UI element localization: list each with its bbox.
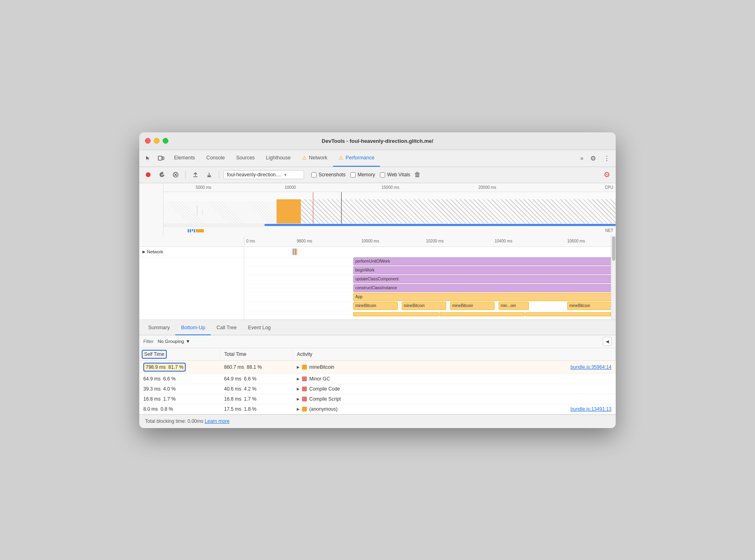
- collapse-panel-button[interactable]: ◀: [603, 337, 612, 346]
- timeline-right[interactable]: 0 ms 9800 ms 10000 ms 10200 ms 10400 ms …: [244, 236, 611, 320]
- network-row[interactable]: ▶ Network: [139, 247, 244, 257]
- net-mini-bars: [188, 229, 204, 232]
- activity-arrow-3[interactable]: ▶: [297, 397, 300, 401]
- tab-elements[interactable]: Elements: [168, 150, 201, 167]
- more-options-icon[interactable]: ⋮: [601, 153, 612, 164]
- minimize-button[interactable]: [154, 138, 159, 144]
- flame-row-2: updateClassComponent: [244, 275, 611, 284]
- net-area: NET: [164, 226, 616, 236]
- flame-label-0: performUnitOfWork: [355, 259, 390, 263]
- learn-more-link[interactable]: Learn more: [205, 418, 229, 424]
- btab-bottomup[interactable]: Bottom-Up: [175, 321, 211, 335]
- activity-cell-2: ▶ Compile Code: [293, 384, 616, 394]
- screenshots-checkbox[interactable]: [311, 172, 317, 178]
- ruler-10000ms: 10000 ms: [361, 239, 379, 243]
- activity-arrow-2[interactable]: ▶: [297, 387, 300, 391]
- activity-header: Activity: [293, 348, 616, 361]
- ruler-5000: 5000 ms: [196, 185, 211, 190]
- maximize-button[interactable]: [163, 138, 168, 144]
- btab-calltree[interactable]: Call Tree: [211, 321, 242, 335]
- tab-lighthouse[interactable]: Lighthouse: [260, 150, 296, 167]
- flame-bar-app[interactable]: App: [353, 293, 611, 301]
- trash-icon[interactable]: 🗑: [414, 171, 421, 178]
- ruler-20000: 20000 ms: [478, 185, 496, 190]
- web-vitals-checkbox[interactable]: [380, 172, 385, 178]
- device-mode-icon[interactable]: [155, 153, 167, 164]
- self-time-pct-0: 81.7 %: [168, 364, 183, 370]
- activity-arrow-0[interactable]: ▶: [297, 365, 300, 369]
- performance-warning-icon: ⚠: [339, 155, 344, 161]
- mine-bar-1[interactable]: mineBitcoin: [353, 302, 398, 310]
- table-row: 8.0 ms 0.8 % 17.5 ms 1.8 % ▶ (anonymous)…: [139, 404, 616, 414]
- refresh-button[interactable]: [156, 169, 168, 180]
- devtools-tab-bar: Elements Console Sources Lighthouse ⚠ Ne…: [139, 150, 616, 167]
- timeline-scrollbar[interactable]: [611, 236, 616, 320]
- activity-name-4: (anonymous): [309, 406, 338, 412]
- cursor-icon[interactable]: [143, 153, 154, 164]
- self-time-cell-1: 64.9 ms 6.6 %: [139, 374, 220, 384]
- self-time-cell-2: 39.3 ms 4.0 %: [139, 384, 220, 394]
- svg-rect-1: [162, 157, 164, 159]
- grouping-dropdown[interactable]: No Grouping ▼: [158, 339, 191, 344]
- grouping-chevron-icon: ▼: [186, 339, 190, 344]
- overview-right-chart[interactable]: 5000 ms 10000 15000 ms 20000 ms CPU: [164, 183, 616, 236]
- close-button[interactable]: [145, 138, 151, 144]
- upload-button[interactable]: [190, 169, 201, 180]
- btab-summary-label: Summary: [148, 325, 170, 330]
- gear-icon-red[interactable]: ⚙: [601, 169, 612, 180]
- flame-bar-beginwork[interactable]: beginWork: [353, 266, 611, 274]
- bundle-link-4[interactable]: bundle.js:13491:13: [570, 406, 611, 412]
- total-time-header-text: Total Time: [224, 351, 247, 357]
- total-time-ms-1: 64.9 ms: [224, 376, 241, 382]
- self-time-cell-0: 798.9 ms 81.7 %: [139, 360, 220, 374]
- tab-console[interactable]: Console: [201, 150, 231, 167]
- flame-bar-perform[interactable]: performUnitOfWork: [353, 257, 611, 265]
- total-time-header: Total Time: [220, 348, 293, 361]
- total-time-pct-1: 6.6 %: [244, 376, 256, 382]
- activity-name-3: Compile Script: [309, 396, 341, 402]
- clear-button[interactable]: [170, 169, 181, 180]
- timeline-area: ▶ Network 0 ms 9800 ms 10000 ms 10200 ms…: [139, 236, 616, 320]
- ruler-15000: 15000 ms: [382, 185, 399, 190]
- activity-name-0: mineBitcoin: [309, 364, 334, 370]
- memory-checkbox[interactable]: [350, 172, 356, 178]
- web-vitals-option[interactable]: Web Vitals: [380, 172, 410, 178]
- self-time-ms-1: 64.9 ms: [143, 376, 161, 382]
- toolbar-options: Screenshots Memory Web Vitals: [311, 172, 410, 178]
- record-button[interactable]: [143, 169, 154, 180]
- screenshots-option[interactable]: Screenshots: [311, 172, 346, 178]
- memory-option[interactable]: Memory: [350, 172, 375, 178]
- activity-name-1: Minor GC: [309, 376, 330, 382]
- tab-sources-label: Sources: [236, 155, 255, 161]
- flame-bar-construct[interactable]: constructClassInstance: [353, 284, 611, 292]
- btab-summary[interactable]: Summary: [143, 321, 175, 335]
- activity-arrow-1[interactable]: ▶: [297, 377, 300, 381]
- mine-bar-5[interactable]: mineBitcoin: [567, 302, 611, 310]
- data-table-container: Self Time Total Time Activity 798.9 ms 8…: [139, 348, 616, 414]
- btab-eventlog[interactable]: Event Log: [242, 321, 276, 335]
- activity-content-1: ▶ Minor GC: [297, 376, 612, 382]
- total-time-pct-2: 4.2 %: [244, 386, 256, 392]
- tab-sources[interactable]: Sources: [231, 150, 260, 167]
- network-mini-marks: [293, 249, 297, 255]
- url-display[interactable]: foul-heavenly-direction.... ▼: [223, 170, 304, 179]
- mine-bar-3[interactable]: mineBitcoin: [450, 302, 495, 310]
- tab-performance[interactable]: ⚠ Performance: [333, 150, 380, 167]
- overview-left-labels: [139, 183, 164, 236]
- settings-icon[interactable]: ⚙: [587, 153, 599, 164]
- mine-bar-2[interactable]: mineBitcoin: [402, 302, 446, 310]
- more-tabs-button[interactable]: »: [576, 150, 587, 167]
- devtools-window: DevTools - foul-heavenly-direction.glitc…: [139, 132, 616, 428]
- scrollbar-thumb[interactable]: [612, 236, 615, 261]
- timeline-left: ▶ Network: [139, 236, 244, 320]
- flame-label-4: App: [355, 295, 363, 299]
- tab-network[interactable]: ⚠ Network: [296, 150, 333, 167]
- bundle-link-0[interactable]: bundle.js:35964:14: [570, 364, 611, 370]
- mine-bar-4[interactable]: min...oin: [499, 302, 529, 310]
- overview-time-ruler: 5000 ms 10000 15000 ms 20000 ms CPU: [164, 183, 616, 192]
- table-row: 798.9 ms 81.7 % 860.7 ms 88.1 % ▶ mineBi…: [139, 360, 616, 374]
- activity-arrow-4[interactable]: ▶: [297, 407, 300, 411]
- flame-bar-update[interactable]: updateClassComponent: [353, 275, 611, 283]
- table-row: 64.9 ms 6.6 % 64.9 ms 6.6 % ▶ Minor GC: [139, 374, 616, 384]
- download-button[interactable]: [203, 169, 215, 180]
